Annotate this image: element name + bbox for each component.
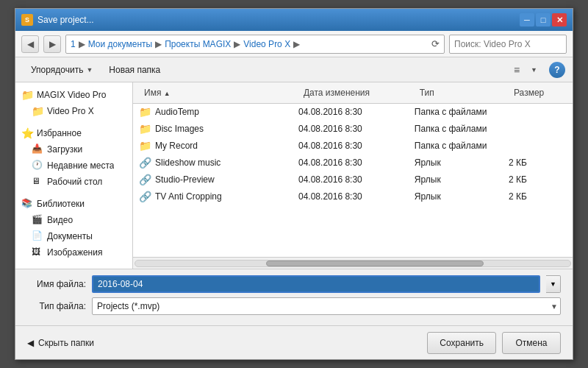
- table-row[interactable]: 🔗 Slideshow music 04.08.2016 8:30 Ярлык …: [133, 155, 573, 171]
- table-row[interactable]: 📁 My Record 04.08.2016 8:30 Папка с файл…: [133, 138, 573, 155]
- table-row[interactable]: 🔗 TV Anti Cropping 04.08.2016 8:30 Ярлык…: [133, 188, 573, 205]
- sidebar-item-docs[interactable]: 📄 Документы: [15, 228, 132, 244]
- close-button[interactable]: ✕: [552, 13, 567, 26]
- filetype-label: Тип файла:: [27, 301, 86, 311]
- file-name-cell: 🔗 Slideshow music: [139, 157, 298, 169]
- sidebar-label-vp: Video Pro X: [47, 106, 94, 116]
- file-name: Slideshow music: [155, 158, 220, 168]
- sidebar-label-fav: Избранное: [37, 128, 82, 138]
- bottom-fields: Имя файла: ▼ Тип файла: Projects (*.mvp)…: [15, 269, 573, 325]
- folder-icon-vp: 📁: [32, 105, 43, 117]
- col-header-type[interactable]: Тип: [415, 85, 509, 100]
- file-name: AudioTemp: [155, 107, 199, 117]
- folder-icon: 📁: [139, 140, 151, 152]
- cancel-button[interactable]: Отмена: [502, 332, 561, 354]
- filetype-select[interactable]: Projects (*.mvp) All Files (*.*): [92, 297, 561, 315]
- file-area: Имя Дата изменения Тип Размер 📁 AudioTem…: [133, 82, 573, 269]
- hscroll-thumb[interactable]: [266, 261, 484, 266]
- sidebar-label-desk: Рабочий стол: [47, 177, 102, 187]
- help-button[interactable]: ?: [549, 62, 565, 78]
- hscroll-track: [135, 260, 571, 267]
- col-header-date[interactable]: Дата изменения: [298, 85, 415, 100]
- docs-icon: 📄: [32, 230, 43, 242]
- col-header-name[interactable]: Имя: [139, 85, 298, 100]
- recent-icon: 🕐: [32, 160, 43, 171]
- sidebar-item-magix-video-pro[interactable]: 📁 MAGIX Video Pro: [15, 87, 132, 103]
- sidebar-item-downloads[interactable]: 📥 Загрузки: [15, 141, 132, 158]
- file-date-cell: 04.08.2016 8:30: [298, 191, 415, 202]
- new-folder-label: Новая папка: [109, 65, 160, 75]
- forward-button[interactable]: ▶: [43, 35, 61, 53]
- file-name: Studio-Preview: [155, 174, 215, 185]
- maximize-button[interactable]: □: [536, 13, 551, 26]
- table-row[interactable]: 📁 AudioTemp 04.08.2016 8:30 Папка с файл…: [133, 104, 573, 121]
- breadcrumb-4[interactable]: Video Pro X: [243, 39, 290, 49]
- file-type-cell: Ярлык: [415, 191, 509, 202]
- new-folder-button[interactable]: Новая папка: [101, 60, 168, 79]
- video-icon: 🎬: [32, 214, 43, 226]
- filename-label: Имя файла:: [27, 279, 86, 289]
- toolbar-right: ≡ ▼ ?: [506, 60, 565, 79]
- organize-button[interactable]: Упорядочить ▼: [23, 60, 101, 79]
- col-header-size[interactable]: Размер: [509, 85, 567, 100]
- file-name: TV Anti Cropping: [155, 191, 222, 202]
- title-bar-left: S Save project...: [21, 14, 94, 26]
- toolbar: Упорядочить ▼ Новая папка ≡ ▼ ?: [15, 57, 573, 82]
- sidebar-label-doc: Документы: [47, 231, 93, 241]
- sidebar-label-lib: Библиотеки: [37, 199, 85, 209]
- table-row[interactable]: 📁 Disc Images 04.08.2016 8:30 Папка с фа…: [133, 121, 573, 138]
- desktop-icon: 🖥: [32, 176, 43, 188]
- sidebar-item-recent[interactable]: 🕐 Недавние места: [15, 158, 132, 174]
- filename-input[interactable]: [92, 275, 540, 293]
- breadcrumb-refresh[interactable]: ⟳: [431, 38, 440, 49]
- title-bar: S Save project... ─ □ ✕: [15, 9, 573, 31]
- horizontal-scrollbar[interactable]: [133, 257, 573, 269]
- file-name: Disc Images: [155, 124, 204, 134]
- sidebar-item-favorites[interactable]: ⭐ Избранное: [15, 125, 132, 141]
- sidebar-item-video-pro-x[interactable]: 📁 Video Pro X: [15, 103, 132, 119]
- shortcut-icon: 🔗: [139, 174, 151, 185]
- sidebar-label-vid: Видео: [47, 215, 73, 225]
- save-button[interactable]: Сохранить: [427, 332, 496, 354]
- breadcrumb-1[interactable]: 1: [71, 39, 76, 49]
- file-date-cell: 04.08.2016 8:30: [298, 124, 415, 134]
- filetype-row: Тип файла: Projects (*.mvp) All Files (*…: [27, 297, 561, 315]
- search-input[interactable]: [450, 39, 567, 49]
- folder-icon: 📁: [21, 89, 33, 101]
- filename-row: Имя файла: ▼: [27, 275, 561, 293]
- file-date-cell: 04.08.2016 8:30: [298, 141, 415, 151]
- filename-dropdown-icon: ▼: [550, 280, 556, 288]
- breadcrumb-bar: 1 ▶ Мои документы ▶ Проекты MAGIX ▶ Vide…: [65, 35, 445, 54]
- view-button[interactable]: ≡: [506, 60, 528, 79]
- breadcrumb-3[interactable]: Проекты MAGIX: [165, 39, 231, 49]
- filename-dropdown-btn[interactable]: ▼: [546, 275, 561, 293]
- sidebar-item-desktop[interactable]: 🖥 Рабочий стол: [15, 174, 132, 190]
- sidebar-item-video[interactable]: 🎬 Видео: [15, 212, 132, 228]
- sidebar-item-libraries[interactable]: 📚 Библиотеки: [15, 196, 132, 212]
- images-icon: 🖼: [32, 247, 43, 258]
- hide-folders-btn[interactable]: ◀ Скрыть папки: [27, 338, 94, 348]
- file-size-cell: 2 КБ: [509, 174, 567, 185]
- file-size-cell: 2 КБ: [509, 158, 567, 168]
- organize-dropdown-icon: ▼: [86, 66, 93, 74]
- minimize-button[interactable]: ─: [520, 13, 534, 26]
- file-date-cell: 04.08.2016 8:30: [298, 174, 415, 185]
- file-name: My Record: [155, 141, 198, 151]
- save-dialog: S Save project... ─ □ ✕ ◀ ▶ 1 ▶ Мои доку…: [15, 8, 573, 360]
- file-type-cell: Папка с файлами: [415, 107, 509, 117]
- file-type-cell: Ярлык: [415, 158, 509, 168]
- sidebar-item-images[interactable]: 🖼 Изображения: [15, 244, 132, 261]
- file-type-cell: Папка с файлами: [415, 141, 509, 151]
- file-name-cell: 🔗 TV Anti Cropping: [139, 191, 298, 202]
- file-name-cell: 📁 AudioTemp: [139, 106, 298, 118]
- file-type-cell: Папка с файлами: [415, 124, 509, 134]
- shortcut-icon: 🔗: [139, 157, 151, 169]
- file-list-header: Имя Дата изменения Тип Размер: [133, 82, 573, 104]
- file-name-cell: 📁 Disc Images: [139, 123, 298, 135]
- filetype-select-wrapper: Projects (*.mvp) All Files (*.*) ▼: [92, 297, 561, 315]
- back-button[interactable]: ◀: [21, 35, 39, 53]
- organize-label: Упорядочить: [31, 65, 83, 75]
- table-row[interactable]: 🔗 Studio-Preview 04.08.2016 8:30 Ярлык 2…: [133, 171, 573, 188]
- address-bar: ◀ ▶ 1 ▶ Мои документы ▶ Проекты MAGIX ▶ …: [15, 31, 573, 57]
- breadcrumb-2[interactable]: Мои документы: [88, 39, 152, 49]
